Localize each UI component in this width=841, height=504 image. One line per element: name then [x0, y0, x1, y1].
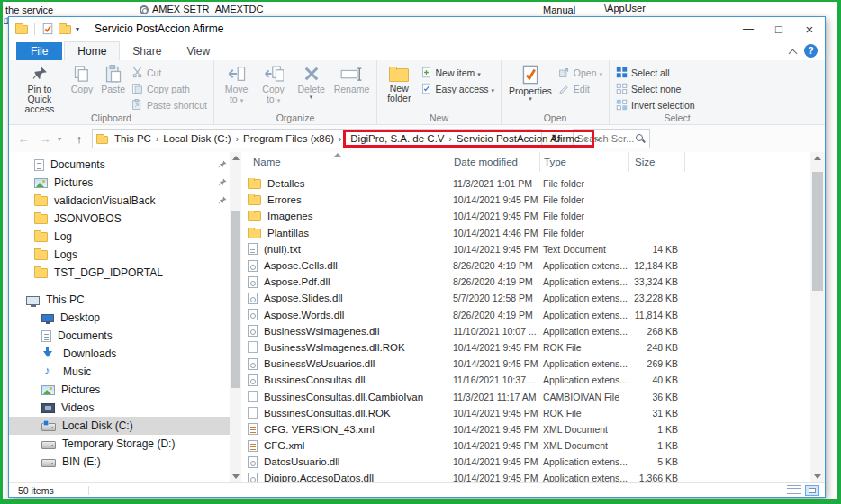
minimize-button[interactable]: —: [733, 17, 764, 40]
sidebar-item-pictures[interactable]: Pictures: [9, 174, 241, 192]
address-box[interactable]: This PC›Local Disk (C:)›Program Files (x…: [92, 129, 542, 148]
file-row[interactable]: BusinessWsImagenes.dll11/10/2021 10:07 .…: [241, 323, 809, 339]
scroll-up-icon[interactable]: [814, 156, 821, 160]
help-button[interactable]: ?: [804, 44, 818, 58]
breadcrumb-separator[interactable]: ›: [234, 134, 240, 144]
pin-to-quick-access-button[interactable]: Pin to Quick access: [13, 62, 67, 114]
breadcrumb-item[interactable]: Servicio PostAccion Afirme: [454, 133, 583, 144]
sidebar-item-this-pc[interactable]: This PC: [9, 291, 241, 309]
breadcrumb-separator[interactable]: ›: [448, 134, 454, 144]
collapse-ribbon-icon[interactable]: [790, 48, 797, 55]
sidebar-item-temporary-storage-d-[interactable]: Temporary Storage (D:): [9, 435, 241, 453]
file-row[interactable]: Imagenes10/14/2021 9:45 PMFile folder: [241, 208, 809, 224]
file-row[interactable]: Aspose.Slides.dll5/7/2020 12:58 PMApplic…: [241, 290, 809, 306]
back-button[interactable]: ←: [14, 132, 32, 146]
tab-share[interactable]: Share: [120, 42, 174, 60]
select-none-button[interactable]: Select none: [613, 81, 698, 96]
forward-button[interactable]: →: [36, 132, 54, 146]
paste-button[interactable]: Paste: [97, 62, 129, 94]
file-row[interactable]: Plantillas10/14/2021 4:46 PMFile folder: [241, 225, 809, 241]
easy-access-button[interactable]: Easy access: [418, 81, 497, 96]
sidebar-item-videos[interactable]: Videos: [9, 399, 241, 417]
paste-shortcut-button[interactable]: Paste shortcut: [129, 97, 210, 112]
select-all-button[interactable]: Select all: [613, 65, 698, 80]
large-icons-view-icon[interactable]: [805, 485, 819, 496]
tab-view[interactable]: View: [174, 42, 222, 60]
file-row[interactable]: BussinesConsultas.dll11/16/2021 10:37 ..…: [241, 372, 809, 388]
breadcrumb-item[interactable]: Local Disk (C:): [160, 133, 233, 144]
scrollbar-thumb[interactable]: [231, 212, 240, 388]
sidebar-item-documents[interactable]: Documents: [9, 156, 241, 174]
file-row[interactable]: Detalles11/3/2021 1:01 PMFile folder: [241, 176, 809, 192]
file-row[interactable]: Aspose.Pdf.dll8/26/2020 4:19 PMApplicati…: [241, 274, 809, 290]
tab-file[interactable]: File: [16, 42, 62, 60]
dll-icon: [248, 292, 258, 304]
breadcrumb-item[interactable]: Program Files (x86): [240, 133, 337, 144]
qat-properties-icon[interactable]: [41, 22, 54, 35]
up-button[interactable]: ↑: [70, 132, 88, 146]
sidebar-item-music[interactable]: Music: [9, 363, 241, 381]
file-list-scrollbar[interactable]: [810, 152, 825, 482]
tab-home[interactable]: Home: [64, 41, 120, 60]
details-view-icon[interactable]: [787, 485, 801, 496]
invert-selection-button[interactable]: Invert selection: [613, 97, 698, 112]
breadcrumb-separator[interactable]: ›: [154, 134, 160, 144]
new-item-button[interactable]: New item: [418, 65, 497, 80]
sidebar-item-bin-e-[interactable]: BIN (E:): [9, 453, 241, 471]
open-button[interactable]: Open: [556, 65, 605, 80]
column-header-size[interactable]: Size: [628, 152, 684, 172]
recent-locations-icon[interactable]: ▾: [58, 135, 67, 143]
file-row[interactable]: CFG. VERSION_43.xml10/14/2021 9:45 PMXML…: [241, 421, 809, 437]
sidebar-item-jsonvobos[interactable]: JSONVOBOS: [9, 210, 241, 228]
column-header-name[interactable]: Name: [241, 152, 448, 172]
copy-button[interactable]: Copy: [67, 62, 98, 94]
sidebar-item-validacionvisualback[interactable]: validacionVisualBack: [9, 192, 241, 210]
scrollbar-thumb[interactable]: [812, 172, 823, 291]
properties-button[interactable]: Properties ▾: [505, 62, 556, 102]
breadcrumb-item[interactable]: This PC: [112, 133, 154, 144]
cut-button[interactable]: Cut: [129, 65, 210, 80]
sidebar-item-tst-dgp-idportal[interactable]: TST_DGP_IDPORTAL: [9, 264, 241, 282]
sidebar-item-pictures[interactable]: Pictures: [9, 381, 241, 399]
maximize-button[interactable]: □: [764, 17, 794, 40]
file-row[interactable]: (null).txt10/14/2021 9:45 PMText Documen…: [241, 241, 809, 257]
file-row[interactable]: Aspose.Words.dll8/26/2020 4:19 PMApplica…: [241, 307, 809, 323]
file-name: Errores: [267, 194, 302, 205]
qat-new-folder-icon[interactable]: [59, 25, 71, 34]
breadcrumb-separator[interactable]: ›: [583, 134, 589, 144]
new-folder-button[interactable]: New folder: [381, 62, 418, 104]
file-row[interactable]: CFG.xml10/14/2021 9:45 PMXML Document1 K…: [241, 437, 809, 454]
scroll-up-icon[interactable]: [232, 156, 240, 160]
rename-button[interactable]: Rename: [330, 62, 373, 94]
title-bar[interactable]: ▾ Servicio PostAccion Afirme — □ ×: [9, 17, 825, 40]
column-header-date-modified[interactable]: Date modified: [448, 152, 539, 172]
file-size: 269 KB: [628, 358, 683, 369]
sidebar-item-log[interactable]: Log: [9, 228, 241, 246]
sidebar-scrollbar[interactable]: [230, 152, 241, 482]
close-button[interactable]: ×: [794, 17, 825, 40]
sidebar-item-local-disk-c-[interactable]: Local Disk (C:): [9, 417, 241, 435]
file-row[interactable]: BusinessWsUsuarios.dll10/14/2021 9:45 PM…: [241, 356, 809, 372]
breadcrumb-item[interactable]: DigiPro, S.A. de C.V: [348, 133, 447, 144]
sidebar-item-desktop[interactable]: Desktop: [9, 309, 241, 327]
file-row[interactable]: BusinessWsImagenes.dll.ROK10/14/2021 9:4…: [241, 339, 809, 356]
edit-button[interactable]: Edit: [556, 81, 605, 96]
file-row[interactable]: Aspose.Cells.dll8/26/2020 4:19 PMApplica…: [241, 257, 809, 274]
sidebar-item-logs[interactable]: Logs: [9, 246, 241, 264]
file-row[interactable]: Digipro.AccesoDatos.dll10/14/2021 9:45 P…: [241, 470, 809, 482]
delete-button[interactable]: Delete ▾: [292, 62, 330, 100]
copy-to-button[interactable]: Copy to: [255, 62, 292, 105]
file-row[interactable]: BussinesConsultas.dll.CambioIvan11/3/202…: [241, 388, 809, 404]
file-row[interactable]: DatosUsuario.dll10/14/2021 9:45 PMApplic…: [241, 454, 809, 470]
breadcrumb-separator[interactable]: ›: [337, 134, 343, 144]
scroll-down-icon[interactable]: [814, 474, 821, 479]
move-to-button[interactable]: Move to: [218, 62, 255, 105]
file-row[interactable]: Errores10/14/2021 9:45 PMFile folder: [241, 192, 809, 208]
scroll-down-icon[interactable]: [232, 474, 240, 479]
qat-customize-caret[interactable]: ▾: [76, 25, 79, 33]
sidebar-item-documents[interactable]: Documents: [9, 327, 241, 345]
copy-path-button[interactable]: Copy path: [129, 81, 210, 96]
column-header-type[interactable]: Type: [539, 152, 628, 172]
file-row[interactable]: BussinesConsultas.dll.ROK10/14/2021 9:45…: [241, 405, 809, 421]
sidebar-item-downloads[interactable]: Downloads: [9, 345, 241, 363]
